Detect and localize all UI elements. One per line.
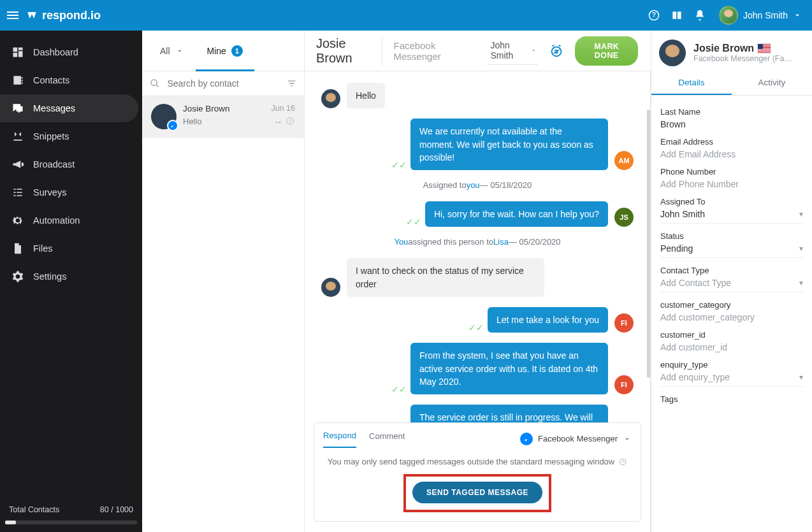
details-contact-name: Josie Brown <box>693 43 754 54</box>
customer-category-input[interactable]: Add customer_category <box>660 312 803 322</box>
assigned-dropdown[interactable]: John Smith▾ <box>660 206 803 224</box>
system-event: You assigned this person to Lisa — 05/20… <box>321 237 634 247</box>
system-link[interactable]: you <box>467 180 480 190</box>
sidebar-item-surveys[interactable]: Surveys <box>0 178 138 206</box>
messenger-icon <box>520 433 533 445</box>
system-link[interactable]: You <box>394 237 408 247</box>
mark-done-button[interactable]: MARK DONE <box>575 36 638 66</box>
help-icon[interactable]: ? <box>642 4 665 27</box>
snooze-button[interactable] <box>549 42 563 60</box>
agent-avatar: FI <box>614 375 634 394</box>
contact-avatar <box>321 89 340 108</box>
message-bubble: Let me take a look for you <box>488 307 608 333</box>
guide-icon[interactable] <box>665 4 688 27</box>
field-label: Phone Number <box>660 167 803 176</box>
conversation-channel: Facebook Messenger <box>394 40 465 62</box>
field-label: Assigned To <box>660 197 803 206</box>
composer-note: You may only send tagged messages outsid… <box>323 457 632 466</box>
us-flag-icon <box>758 44 771 53</box>
sidebar-item-contacts[interactable]: Contacts <box>0 66 138 94</box>
status-dropdown[interactable]: Pending▾ <box>660 241 803 258</box>
contact-date: Jun 16 <box>271 104 295 113</box>
chevron-down-icon <box>175 47 184 55</box>
field-label: enquiry_type <box>660 360 803 370</box>
chevron-down-icon: ▾ <box>799 244 803 253</box>
message-row: ✓✓ We are currently not available at the… <box>321 119 634 170</box>
composer-tab-respond[interactable]: Respond <box>323 429 356 448</box>
sidebar-item-label: Files <box>33 243 53 254</box>
chevron-down-icon <box>793 11 802 20</box>
system-event: Assigned to you — 05/18/2020 <box>321 180 634 190</box>
message-row: Hello <box>321 83 634 108</box>
highlight-annotation: SEND TAGGED MESSAGE <box>403 474 551 512</box>
menu-toggle[interactable] <box>5 8 20 23</box>
tab-all[interactable]: All <box>149 31 196 71</box>
composer-tab-comment[interactable]: Comment <box>369 430 405 447</box>
read-tick-icon: ✓✓ <box>468 322 484 333</box>
help-icon[interactable]: ? <box>618 457 627 466</box>
read-tick-icon: ✓✓ <box>406 217 421 227</box>
user-name: John Smith <box>743 10 788 20</box>
sidebar-item-broadcast[interactable]: Broadcast <box>0 150 138 178</box>
assignee-dropdown[interactable]: John Smith <box>488 36 538 65</box>
sidebar-item-label: Dashboard <box>33 47 78 57</box>
message-bubble: We are currently not available at the mo… <box>410 119 608 170</box>
field-label: Contact Type <box>660 266 803 275</box>
logo: respond.io <box>25 9 101 22</box>
field-label: Tags <box>660 394 803 404</box>
sidebar-item-label: Messages <box>33 103 75 113</box>
bell-icon[interactable] <box>688 4 711 27</box>
message-bubble: From the system, I see that you have an … <box>410 343 608 394</box>
send-tagged-message-button[interactable]: SEND TAGGED MESSAGE <box>412 482 542 503</box>
field-label: customer_id <box>660 330 803 340</box>
svg-text:?: ? <box>622 459 625 463</box>
sidebar-item-automation[interactable]: Automation <box>0 206 138 234</box>
logo-text: respond.io <box>42 9 101 22</box>
sidebar-item-messages[interactable]: Messages <box>0 94 138 122</box>
contact-avatar <box>659 40 686 66</box>
system-link[interactable]: Lisa <box>493 237 509 247</box>
chevron-down-icon: ▾ <box>799 278 803 287</box>
phone-input[interactable]: Add Phone Number <box>660 179 803 189</box>
agent-avatar: JS <box>614 208 634 227</box>
search-icon <box>150 78 160 89</box>
svg-text:J: J <box>289 119 291 123</box>
chevron-down-icon <box>530 46 537 55</box>
contact-list-item[interactable]: Josie Brown Jun 16 Hello J <box>142 96 304 138</box>
mine-count-badge: 1 <box>231 45 243 57</box>
sidebar-item-snippets[interactable]: Snippets <box>0 122 138 150</box>
conversation-title: Josie Brown <box>316 36 382 66</box>
customer-id-input[interactable]: Add customer_id <box>660 342 803 352</box>
tab-mine[interactable]: Mine 1 <box>196 31 254 71</box>
sidebar-item-label: Contacts <box>33 75 69 85</box>
message-row: ✓✓ From the system, I see that you have … <box>321 343 634 394</box>
contact-type-dropdown[interactable]: Add Contact Type▾ <box>660 275 803 292</box>
chevron-down-icon: ▾ <box>799 210 803 219</box>
sidebar-item-label: Broadcast <box>33 159 75 169</box>
details-channel: Facebook Messenger (Fa… <box>693 54 792 63</box>
enquiry-type-dropdown[interactable]: Add enquiry_type▾ <box>660 370 803 387</box>
user-avatar <box>719 6 738 25</box>
sidebar-item-label: Snippets <box>33 131 69 141</box>
field-label: Status <box>660 231 803 241</box>
agent-avatar: FI <box>614 313 634 333</box>
search-input[interactable] <box>166 78 280 89</box>
last-name-value[interactable]: Brown <box>660 119 803 129</box>
agent-avatar: AM <box>614 151 634 170</box>
details-tab-activity[interactable]: Activity <box>732 71 812 95</box>
chevron-down-icon: ▾ <box>799 373 803 382</box>
composer-channel-select[interactable]: Facebook Messenger <box>520 433 632 445</box>
sidebar-item-settings[interactable]: Settings <box>0 262 138 291</box>
user-menu[interactable]: John Smith <box>719 6 802 25</box>
sidebar-item-files[interactable]: Files <box>0 234 138 262</box>
email-input[interactable]: Add Email Address <box>660 149 803 159</box>
contact-name: Josie Brown <box>183 104 230 113</box>
contact-avatar <box>151 104 177 129</box>
filter-icon[interactable] <box>287 78 297 89</box>
read-tick-icon: ✓✓ <box>391 384 407 394</box>
message-bubble: Hi, sorry for the wait. How can I help y… <box>425 201 608 227</box>
details-tab-details[interactable]: Details <box>651 71 732 95</box>
message-row: ✓✓ Hi, sorry for the wait. How can I hel… <box>321 201 634 227</box>
sidebar-item-dashboard[interactable]: Dashboard <box>0 38 138 66</box>
scrollbar[interactable] <box>647 110 650 378</box>
